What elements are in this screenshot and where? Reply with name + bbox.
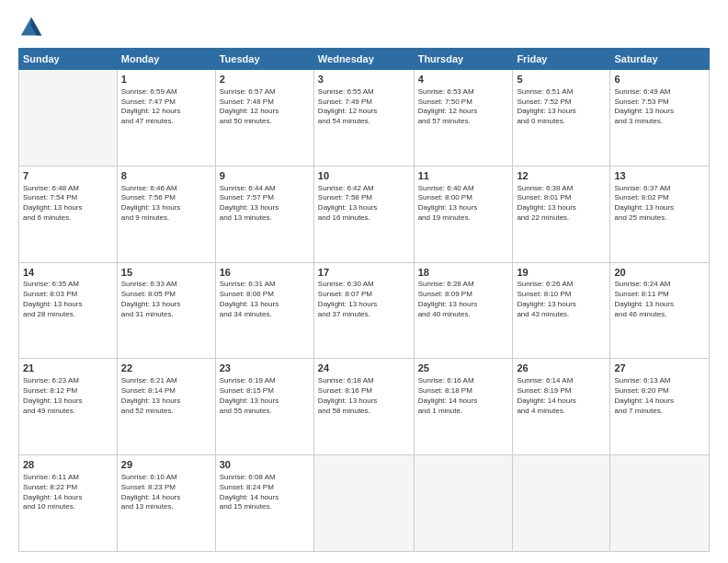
day-cell — [414, 455, 513, 552]
header-cell-sunday: Sunday — [19, 49, 118, 70]
day-cell: 8Sunrise: 6:46 AM Sunset: 7:56 PM Daylig… — [117, 166, 215, 262]
day-info: Sunrise: 6:26 AM Sunset: 8:10 PM Dayligh… — [517, 280, 606, 319]
day-number: 23 — [220, 362, 310, 375]
header-row: SundayMondayTuesdayWednesdayThursdayFrid… — [19, 49, 710, 70]
day-info: Sunrise: 6:51 AM Sunset: 7:52 PM Dayligh… — [517, 87, 606, 127]
day-cell: 7Sunrise: 6:48 AM Sunset: 7:54 PM Daylig… — [19, 166, 118, 262]
day-number: 1 — [121, 73, 211, 86]
day-info: Sunrise: 6:14 AM Sunset: 8:19 PM Dayligh… — [517, 376, 606, 416]
header-cell-wednesday: Wednesday — [313, 49, 414, 70]
day-cell: 12Sunrise: 6:38 AM Sunset: 8:01 PM Dayli… — [513, 166, 610, 262]
day-info: Sunrise: 6:10 AM Sunset: 8:23 PM Dayligh… — [121, 473, 211, 512]
day-info: Sunrise: 6:11 AM Sunset: 8:22 PM Dayligh… — [23, 473, 113, 512]
day-info: Sunrise: 6:19 AM Sunset: 8:15 PM Dayligh… — [220, 376, 310, 416]
day-cell: 25Sunrise: 6:16 AM Sunset: 8:18 PM Dayli… — [414, 359, 513, 455]
day-info: Sunrise: 6:44 AM Sunset: 7:57 PM Dayligh… — [220, 184, 310, 224]
day-cell: 5Sunrise: 6:51 AM Sunset: 7:52 PM Daylig… — [513, 70, 610, 167]
day-cell: 15Sunrise: 6:33 AM Sunset: 8:05 PM Dayli… — [117, 262, 215, 359]
day-cell: 1Sunrise: 6:59 AM Sunset: 7:47 PM Daylig… — [117, 70, 215, 167]
day-info: Sunrise: 6:23 AM Sunset: 8:12 PM Dayligh… — [23, 376, 113, 416]
day-number: 22 — [121, 362, 211, 375]
day-number: 17 — [318, 266, 410, 280]
day-number: 19 — [517, 266, 606, 280]
day-info: Sunrise: 6:35 AM Sunset: 8:03 PM Dayligh… — [23, 280, 113, 319]
day-cell: 9Sunrise: 6:44 AM Sunset: 7:57 PM Daylig… — [215, 166, 313, 262]
day-cell: 21Sunrise: 6:23 AM Sunset: 8:12 PM Dayli… — [19, 359, 118, 455]
day-cell: 14Sunrise: 6:35 AM Sunset: 8:03 PM Dayli… — [19, 262, 118, 359]
header — [18, 15, 710, 40]
day-info: Sunrise: 6:59 AM Sunset: 7:47 PM Dayligh… — [121, 87, 211, 127]
day-number: 20 — [614, 266, 705, 280]
week-row-1: 1Sunrise: 6:59 AM Sunset: 7:47 PM Daylig… — [19, 70, 710, 167]
day-cell — [313, 455, 414, 552]
day-number: 12 — [517, 169, 606, 183]
calendar-table: SundayMondayTuesdayWednesdayThursdayFrid… — [18, 48, 710, 552]
week-row-3: 14Sunrise: 6:35 AM Sunset: 8:03 PM Dayli… — [19, 262, 710, 359]
day-info: Sunrise: 6:48 AM Sunset: 7:54 PM Dayligh… — [23, 184, 113, 224]
day-cell: 11Sunrise: 6:40 AM Sunset: 8:00 PM Dayli… — [414, 166, 513, 262]
day-info: Sunrise: 6:08 AM Sunset: 8:24 PM Dayligh… — [220, 473, 310, 512]
day-info: Sunrise: 6:57 AM Sunset: 7:48 PM Dayligh… — [220, 87, 310, 127]
day-info: Sunrise: 6:16 AM Sunset: 8:18 PM Dayligh… — [418, 376, 509, 416]
day-cell: 26Sunrise: 6:14 AM Sunset: 8:19 PM Dayli… — [513, 359, 610, 455]
day-number: 9 — [220, 169, 310, 183]
day-info: Sunrise: 6:30 AM Sunset: 8:07 PM Dayligh… — [318, 280, 410, 319]
day-cell: 19Sunrise: 6:26 AM Sunset: 8:10 PM Dayli… — [513, 262, 610, 359]
day-info: Sunrise: 6:46 AM Sunset: 7:56 PM Dayligh… — [121, 184, 211, 224]
day-number: 16 — [220, 266, 310, 280]
day-number: 4 — [418, 73, 509, 86]
header-cell-friday: Friday — [513, 49, 610, 70]
page: SundayMondayTuesdayWednesdayThursdayFrid… — [0, 0, 728, 563]
day-info: Sunrise: 6:42 AM Sunset: 7:58 PM Dayligh… — [318, 184, 410, 224]
day-number: 27 — [614, 362, 705, 375]
day-number: 13 — [614, 169, 705, 183]
day-cell: 20Sunrise: 6:24 AM Sunset: 8:11 PM Dayli… — [610, 262, 710, 359]
day-cell — [610, 455, 710, 552]
day-number: 28 — [23, 458, 113, 472]
day-number: 7 — [23, 169, 113, 183]
day-cell — [19, 70, 118, 167]
day-number: 21 — [23, 362, 113, 375]
day-cell: 13Sunrise: 6:37 AM Sunset: 8:02 PM Dayli… — [610, 166, 710, 262]
day-cell: 6Sunrise: 6:49 AM Sunset: 7:53 PM Daylig… — [610, 70, 710, 167]
day-number: 18 — [418, 266, 509, 280]
day-number: 29 — [121, 458, 211, 472]
day-cell: 3Sunrise: 6:55 AM Sunset: 7:49 PM Daylig… — [313, 70, 414, 167]
day-info: Sunrise: 6:33 AM Sunset: 8:05 PM Dayligh… — [121, 280, 211, 319]
day-cell: 16Sunrise: 6:31 AM Sunset: 8:06 PM Dayli… — [215, 262, 313, 359]
day-cell: 23Sunrise: 6:19 AM Sunset: 8:15 PM Dayli… — [215, 359, 313, 455]
logo-icon — [18, 15, 44, 40]
day-info: Sunrise: 6:13 AM Sunset: 8:20 PM Dayligh… — [614, 376, 705, 416]
day-number: 30 — [220, 458, 310, 472]
day-number: 11 — [418, 169, 509, 183]
logo — [18, 15, 48, 40]
day-cell: 22Sunrise: 6:21 AM Sunset: 8:14 PM Dayli… — [117, 359, 215, 455]
week-row-4: 21Sunrise: 6:23 AM Sunset: 8:12 PM Dayli… — [19, 359, 710, 455]
header-cell-saturday: Saturday — [610, 49, 710, 70]
day-number: 14 — [23, 266, 113, 280]
day-cell: 24Sunrise: 6:18 AM Sunset: 8:16 PM Dayli… — [313, 359, 414, 455]
day-number: 24 — [318, 362, 410, 375]
day-number: 5 — [517, 73, 606, 86]
header-cell-monday: Monday — [117, 49, 215, 70]
day-info: Sunrise: 6:55 AM Sunset: 7:49 PM Dayligh… — [318, 87, 410, 127]
day-cell: 30Sunrise: 6:08 AM Sunset: 8:24 PM Dayli… — [215, 455, 313, 552]
day-info: Sunrise: 6:38 AM Sunset: 8:01 PM Dayligh… — [517, 184, 606, 224]
day-info: Sunrise: 6:31 AM Sunset: 8:06 PM Dayligh… — [220, 280, 310, 319]
day-number: 6 — [614, 73, 705, 86]
day-cell: 4Sunrise: 6:53 AM Sunset: 7:50 PM Daylig… — [414, 70, 513, 167]
day-info: Sunrise: 6:24 AM Sunset: 8:11 PM Dayligh… — [614, 280, 705, 319]
day-cell: 28Sunrise: 6:11 AM Sunset: 8:22 PM Dayli… — [19, 455, 118, 552]
header-cell-tuesday: Tuesday — [215, 49, 313, 70]
header-cell-thursday: Thursday — [414, 49, 513, 70]
day-number: 2 — [220, 73, 310, 86]
day-info: Sunrise: 6:53 AM Sunset: 7:50 PM Dayligh… — [418, 87, 509, 127]
day-number: 25 — [418, 362, 509, 375]
day-cell — [513, 455, 610, 552]
day-number: 15 — [121, 266, 211, 280]
day-cell: 29Sunrise: 6:10 AM Sunset: 8:23 PM Dayli… — [117, 455, 215, 552]
day-cell: 17Sunrise: 6:30 AM Sunset: 8:07 PM Dayli… — [313, 262, 414, 359]
day-cell: 27Sunrise: 6:13 AM Sunset: 8:20 PM Dayli… — [610, 359, 710, 455]
day-cell: 2Sunrise: 6:57 AM Sunset: 7:48 PM Daylig… — [215, 70, 313, 167]
day-info: Sunrise: 6:40 AM Sunset: 8:00 PM Dayligh… — [418, 184, 509, 224]
